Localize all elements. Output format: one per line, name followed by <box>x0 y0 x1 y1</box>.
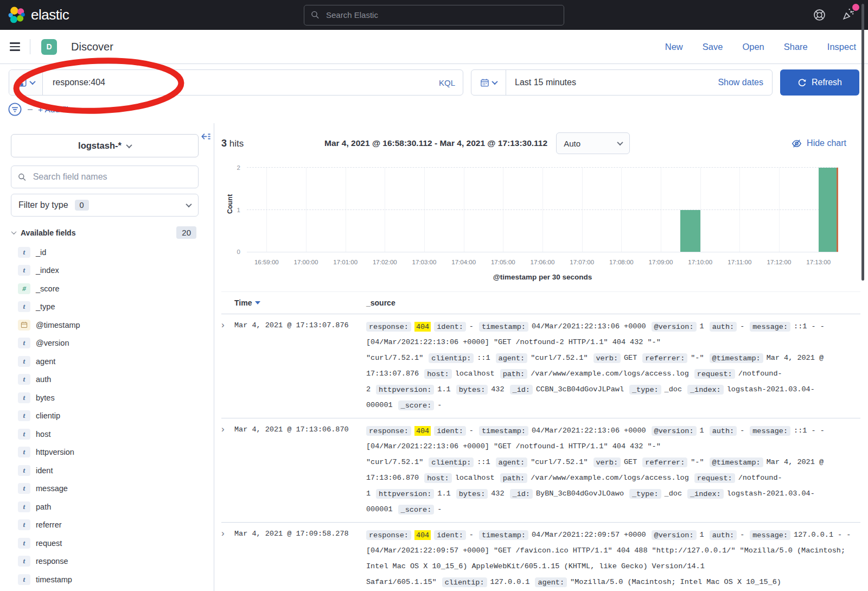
field-name: _id <box>36 248 46 257</box>
x-axis-title: @timestamp per 30 seconds <box>247 273 838 281</box>
field-type-string-icon: t <box>18 483 30 494</box>
date-picker-calendar-button[interactable] <box>471 70 506 95</box>
field-item-message[interactable]: tmessage <box>11 480 204 498</box>
source-field-badge: response: <box>366 530 411 540</box>
source-field-badge: agent: <box>496 457 528 467</box>
source-field-badge: ident: <box>434 530 466 540</box>
source-value: 1 <box>700 427 704 435</box>
source-field-badge: verb: <box>593 457 621 467</box>
x-tick-label: 17:06:00 <box>531 259 555 265</box>
query-text-field[interactable] <box>52 77 423 88</box>
source-field-badge: request: <box>694 369 735 379</box>
histogram-bar[interactable] <box>819 168 838 252</box>
source-field-badge: referrer: <box>642 353 687 363</box>
time-range-value[interactable]: Last 15 minutes <box>506 78 709 87</box>
field-item-clientip[interactable]: tclientip <box>11 407 204 425</box>
discover-app-badge: D <box>41 39 57 55</box>
source-value: - <box>469 322 474 331</box>
source-field-badge: bytes: <box>456 489 488 499</box>
field-item-id[interactable]: t_id <box>11 243 204 262</box>
source-value: "-" <box>691 458 704 466</box>
highlighted-value: 404 <box>414 530 431 540</box>
field-type-string-icon: t <box>18 501 30 512</box>
nav-action-save[interactable]: Save <box>703 42 723 52</box>
field-item-index[interactable]: t_index <box>11 262 204 280</box>
field-item-referrer[interactable]: treferrer <box>11 516 204 535</box>
global-search-input[interactable] <box>325 10 557 20</box>
help-icon[interactable] <box>813 9 826 21</box>
field-name: clientip <box>36 411 60 420</box>
field-item-bytes[interactable]: tbytes <box>11 389 204 407</box>
source-field-badge: _type: <box>629 489 661 499</box>
global-search[interactable] <box>304 5 564 26</box>
index-pattern-select[interactable]: logstash-* <box>11 134 199 157</box>
expand-row-icon[interactable]: › <box>221 423 234 517</box>
hide-chart-button[interactable]: Hide chart <box>792 138 846 149</box>
interval-select[interactable]: Auto <box>556 132 630 154</box>
nav-action-new[interactable]: New <box>665 42 683 52</box>
nav-action-open[interactable]: Open <box>742 42 764 52</box>
sort-desc-icon <box>255 301 260 304</box>
field-item-timestamp[interactable]: @timestamp <box>11 316 204 334</box>
saved-query-menu-button[interactable] <box>9 70 43 95</box>
field-item-host[interactable]: thost <box>11 425 204 443</box>
filter-bar: + Add filter <box>0 101 868 123</box>
field-type-string-icon: t <box>18 538 30 549</box>
nav-action-share[interactable]: Share <box>784 42 808 52</box>
source-value: "-" <box>691 354 704 362</box>
field-item-ident[interactable]: tident <box>11 461 204 480</box>
x-gridline <box>779 168 780 252</box>
field-search-input[interactable] <box>32 171 192 182</box>
chart-plot-area[interactable]: 16:59:0017:00:0017:01:0017:02:0017:03:00… <box>247 168 838 252</box>
source-field-badge: _score: <box>398 505 435 514</box>
expand-row-icon[interactable]: › <box>221 527 234 591</box>
table-header: Time _source <box>221 292 860 314</box>
source-field-badge: _score: <box>398 401 435 410</box>
field-type-string-icon: t <box>18 301 30 312</box>
available-fields-header[interactable]: Available fields 20 <box>12 226 204 239</box>
source-field-badge: clientip: <box>442 577 487 587</box>
field-search[interactable] <box>11 166 199 188</box>
filter-divider <box>28 109 33 110</box>
time-column-header[interactable]: Time <box>234 298 366 307</box>
field-item-timestamp[interactable]: ttimestamp <box>11 570 204 589</box>
collapse-sidebar-button[interactable] <box>200 131 212 144</box>
chevron-down-icon <box>126 142 132 148</box>
field-item-auth[interactable]: tauth <box>11 371 204 389</box>
date-picker: Last 15 minutes Show dates <box>471 69 773 96</box>
field-item-score[interactable]: #_score <box>11 279 204 298</box>
histogram-bar[interactable] <box>680 210 700 252</box>
time-column-label: Time <box>234 298 252 307</box>
filter-by-type[interactable]: Filter by type 0 <box>11 194 199 217</box>
available-fields-label: Available fields <box>21 228 75 237</box>
source-value: _doc <box>665 490 682 498</box>
field-item-response[interactable]: tresponse <box>11 552 204 571</box>
news-feed-button[interactable] <box>842 8 855 23</box>
add-filter-button[interactable]: + Add filter <box>38 105 78 115</box>
menu-icon[interactable] <box>9 39 30 54</box>
field-item-httpversion[interactable]: thttpversion <box>11 443 204 462</box>
field-item-agent[interactable]: tagent <box>11 352 204 371</box>
source-value: - <box>469 427 474 435</box>
x-tick-label: 17:05:00 <box>491 259 515 265</box>
source-value: localhost <box>455 474 495 482</box>
scrollbar-thumb[interactable] <box>861 4 864 281</box>
field-item-version[interactable]: t@version <box>11 334 204 353</box>
field-item-path[interactable]: tpath <box>11 498 204 516</box>
show-dates-button[interactable]: Show dates <box>709 78 772 87</box>
source-field-badge: _type: <box>629 385 661 395</box>
x-gridline <box>503 168 503 252</box>
nav-action-inspect[interactable]: Inspect <box>827 42 856 52</box>
field-type-string-icon: t <box>18 410 30 421</box>
filter-icon[interactable] <box>8 102 22 117</box>
field-item-type[interactable]: t_type <box>11 298 204 316</box>
kql-query-input[interactable] <box>43 70 431 95</box>
source-field-badge: path: <box>500 369 528 379</box>
field-item-request[interactable]: trequest <box>11 534 204 552</box>
source-value: 1.1 <box>437 385 450 393</box>
query-language-button[interactable]: KQL <box>431 70 463 95</box>
source-field-badge: _index: <box>687 489 724 499</box>
refresh-button[interactable]: Refresh <box>780 69 859 96</box>
expand-row-icon[interactable]: › <box>221 319 234 413</box>
source-column-header: _source <box>366 298 860 307</box>
